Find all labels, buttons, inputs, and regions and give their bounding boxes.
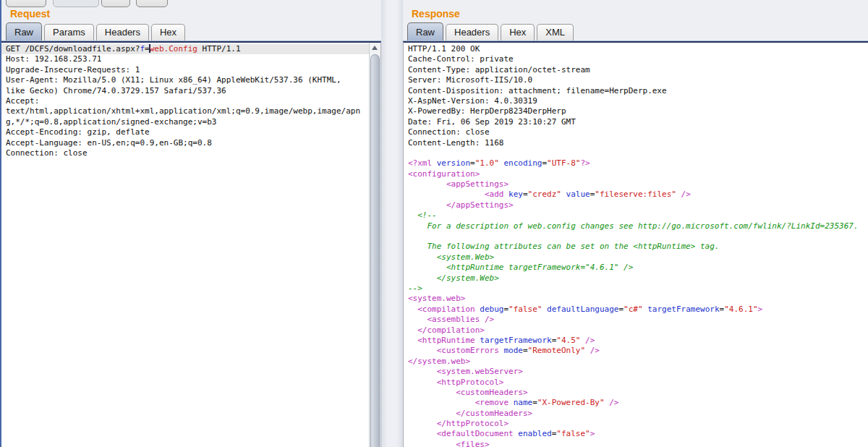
code-line[interactable]: <!-- <box>404 210 868 221</box>
code-line[interactable]: <?xml version="1.0" encoding="UTF-8"?> <box>404 158 868 169</box>
code-line[interactable]: like Gecko) Chrome/74.0.3729.157 Safari/… <box>1 86 369 96</box>
toolbar-button-partial[interactable] <box>6 0 46 7</box>
code-line[interactable]: The following attributes can be set on t… <box>404 242 868 252</box>
code-line[interactable]: HTTP/1.1 200 OK <box>404 44 868 54</box>
code-line[interactable]: <assemblies /> <box>404 315 868 325</box>
toolbar-button-partial[interactable] <box>136 0 168 7</box>
code-line[interactable]: Upgrade-Insecure-Requests: 1 <box>1 65 369 75</box>
window-left-border <box>0 0 1 447</box>
code-line[interactable]: <remove name="X-Powered-By" /> <box>404 398 868 408</box>
code-line[interactable]: X-PoweredBy: HerpDerp8234DerpHerp <box>404 106 868 116</box>
code-line[interactable]: <httpRuntime targetFramework="4.6.1" /> <box>404 263 868 273</box>
request-scrollbar[interactable] <box>369 43 380 447</box>
code-line[interactable]: </system.web> <box>404 357 868 367</box>
code-line[interactable]: <compilation debug="false" defaultLangua… <box>404 305 868 315</box>
code-line[interactable]: --> <box>404 284 868 294</box>
code-line[interactable]: For a description of web.config changes … <box>404 221 868 231</box>
code-line[interactable]: <httpProtocol> <box>404 378 868 388</box>
code-line[interactable]: <customHeaders> <box>404 388 868 398</box>
code-line[interactable]: <configuration> <box>404 169 868 179</box>
code-line[interactable]: </system.Web> <box>404 273 868 284</box>
code-line[interactable]: <httpRuntime targetFramework="4.5" /> <box>404 336 868 346</box>
code-line[interactable]: User-Agent: Mozilla/5.0 (X11; Linux x86_… <box>1 75 369 85</box>
code-line[interactable]: Server: Microsoft-IIS/10.0 <box>404 75 868 85</box>
code-line[interactable]: Connection: close <box>1 148 369 158</box>
tab-raw[interactable]: Raw <box>6 22 42 41</box>
code-line[interactable]: <appSettings> <box>404 179 868 190</box>
code-line[interactable]: <system.Web> <box>404 252 868 263</box>
request-editor[interactable]: GET /DCFS/downloadfile.aspx?f=web.Config… <box>1 41 381 447</box>
response-tab-bar: RawHeadersHexXML <box>403 22 868 41</box>
code-line[interactable]: <files> <box>404 440 868 447</box>
request-title: Request <box>10 8 50 20</box>
request-tab-bar: RawParamsHeadersHex <box>1 22 381 41</box>
burp-http-message-view: Request RawParamsHeadersHex GET /DCFS/do… <box>0 0 868 447</box>
code-line[interactable]: GET /DCFS/downloadfile.aspx?f=web.Config… <box>1 44 369 54</box>
code-line[interactable]: <system.webServer> <box>404 367 868 377</box>
response-editor[interactable]: HTTP/1.1 200 OKCache-Control: privateCon… <box>403 41 868 447</box>
code-line[interactable]: </customHeaders> <box>404 409 868 419</box>
code-line[interactable] <box>404 148 868 158</box>
code-line[interactable]: </appSettings> <box>404 200 868 210</box>
code-line[interactable]: Accept: <box>1 96 369 106</box>
code-line[interactable]: Connection: close <box>404 127 868 137</box>
code-line[interactable]: text/html,application/xhtml+xml,applicat… <box>1 106 369 116</box>
code-line[interactable] <box>404 231 868 242</box>
response-title: Response <box>412 8 460 20</box>
tab-params[interactable]: Params <box>44 24 94 41</box>
toolbar-button-partial[interactable] <box>53 0 99 7</box>
code-line[interactable]: Host: 192.168.253.71 <box>1 54 369 64</box>
code-line[interactable]: Accept-Encoding: gzip, deflate <box>1 127 369 137</box>
code-line[interactable]: Content-Type: application/octet-stream <box>404 65 868 75</box>
panel-divider[interactable] <box>381 0 403 447</box>
toolbar-button-partial[interactable] <box>101 0 130 7</box>
scroll-up-icon[interactable] <box>370 43 380 54</box>
request-panel: Request RawParamsHeadersHex GET /DCFS/do… <box>1 0 381 447</box>
scrollbar-thumb[interactable] <box>370 54 380 447</box>
response-raw-text[interactable]: HTTP/1.1 200 OKCache-Control: privateCon… <box>404 43 868 447</box>
code-line[interactable]: X-AspNet-Version: 4.0.30319 <box>404 96 868 106</box>
tab-xml[interactable]: XML <box>537 24 574 41</box>
code-line[interactable]: Accept-Language: en-US,en;q=0.9,en-GB;q=… <box>1 138 369 148</box>
code-line[interactable]: Content-Disposition: attachment; filenam… <box>404 86 868 96</box>
code-line[interactable]: <system.web> <box>404 294 868 304</box>
code-line[interactable]: </compilation> <box>404 325 868 336</box>
code-line[interactable]: g,*/*;q=0.8,application/signed-exchange;… <box>1 117 369 127</box>
request-raw-text[interactable]: GET /DCFS/downloadfile.aspx?f=web.Config… <box>1 43 369 447</box>
code-line[interactable]: <add key="credz" value="fileserve:files"… <box>404 190 868 200</box>
tab-headers[interactable]: Headers <box>446 24 498 41</box>
code-line[interactable]: </httpProtocol> <box>404 419 868 429</box>
tab-headers[interactable]: Headers <box>96 24 149 41</box>
code-line[interactable]: Cache-Control: private <box>404 54 868 64</box>
code-line[interactable]: Content-Length: 1168 <box>404 138 868 148</box>
tab-hex[interactable]: Hex <box>151 24 185 41</box>
tab-hex[interactable]: Hex <box>501 24 535 41</box>
response-panel: Response RawHeadersHexXML HTTP/1.1 200 O… <box>403 0 868 447</box>
tab-raw[interactable]: Raw <box>407 22 443 41</box>
code-line[interactable]: <customErrors mode="RemoteOnly" /> <box>404 346 868 356</box>
code-line[interactable]: Date: Fri, 06 Sep 2019 23:10:27 GMT <box>404 117 868 127</box>
code-line[interactable]: <defaultDocument enabled="false"> <box>404 429 868 439</box>
